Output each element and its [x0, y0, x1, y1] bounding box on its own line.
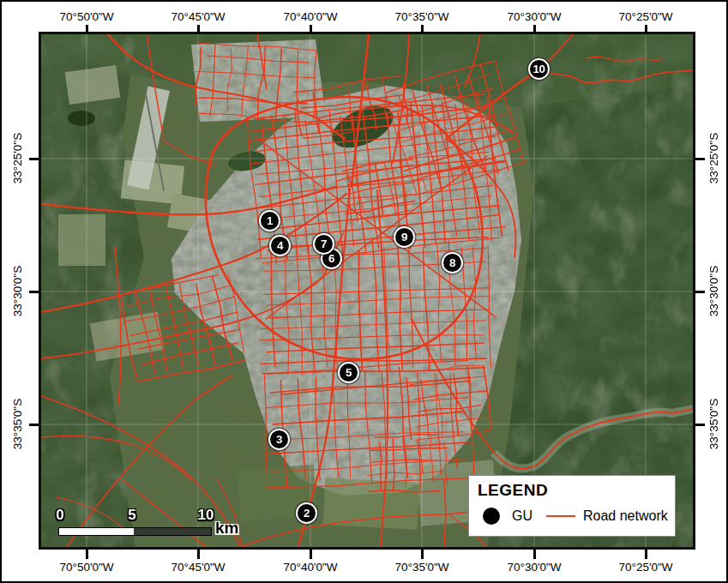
lon-label-bottom: 70°30'0"W [500, 561, 569, 574]
gu-marker-3: 3 [268, 429, 290, 450]
lon-label-bottom: 70°45'0"W [164, 561, 232, 574]
lon-label-top: 70°45'0"W [164, 10, 232, 23]
lon-tick-top [645, 25, 647, 34]
lat-tick-left [29, 424, 39, 426]
scale-bar-segment-white [59, 528, 134, 535]
lon-label-top: 70°40'0"W [276, 10, 345, 23]
lon-tick-bottom [310, 550, 312, 559]
scale-bar-segment-dark [134, 528, 211, 535]
dark-terrain-patch [68, 111, 95, 126]
lat-label-left: 33°30'0"S [11, 257, 24, 326]
lon-label-top: 70°50'0"W [52, 10, 121, 23]
lon-label-bottom: 70°40'0"W [276, 561, 345, 574]
scale-bar-unit: km [215, 519, 238, 538]
lat-label-right: 33°30'0"S [707, 257, 720, 326]
lon-tick-bottom [533, 550, 536, 559]
lon-tick-top [310, 25, 312, 34]
legend-title: LEGEND [478, 481, 675, 500]
legend-box: LEGEND GU Road network [468, 475, 676, 537]
lon-tick-bottom [645, 550, 647, 559]
lat-label-right: 33°35'0"S [707, 390, 720, 459]
lat-label-left: 33°25'0"S [11, 124, 24, 193]
road-line-symbol [546, 515, 575, 518]
lat-tick-left [29, 291, 39, 293]
lon-tick-bottom [421, 550, 424, 559]
gu-marker-1: 1 [259, 210, 280, 231]
gu-marker-2: 2 [296, 502, 317, 524]
lon-label-top: 70°35'0"W [388, 10, 456, 23]
scale-bar-number: 0 [43, 507, 77, 524]
gu-marker-8: 8 [442, 252, 463, 273]
lat-label-left: 33°35'0"S [11, 390, 24, 459]
lon-tick-top [197, 25, 200, 34]
lat-tick-right [695, 424, 705, 426]
map-frame: 12345678910 0510 km LEGEND GU Road netwo… [39, 32, 695, 550]
gu-marker-4: 4 [269, 235, 291, 256]
lon-tick-top [86, 25, 88, 34]
scale-bar-number: 5 [115, 507, 149, 524]
lat-tick-left [29, 158, 39, 160]
satellite-map [41, 34, 693, 547]
scale-bar-bar [58, 527, 212, 536]
gu-point-symbol [483, 508, 500, 525]
gu-marker-5: 5 [338, 362, 359, 383]
lon-label-top: 70°25'0"W [611, 10, 680, 23]
lat-tick-right [695, 291, 705, 293]
legend-gu-label: GU [512, 508, 532, 524]
lat-label-right: 33°25'0"S [707, 124, 720, 193]
lat-tick-right [695, 158, 705, 160]
gu-marker-9: 9 [394, 226, 415, 248]
lon-tick-bottom [197, 550, 200, 559]
lon-label-bottom: 70°25'0"W [611, 561, 680, 574]
lon-label-bottom: 70°35'0"W [388, 561, 456, 574]
map-figure: 12345678910 0510 km LEGEND GU Road netwo… [0, 0, 728, 583]
lon-tick-bottom [86, 550, 88, 559]
lon-label-bottom: 70°50'0"W [52, 561, 121, 574]
legend-row: GU Road network [478, 508, 675, 525]
lon-label-top: 70°30'0"W [500, 10, 569, 23]
gu-marker-7: 7 [313, 233, 334, 255]
lon-tick-top [533, 25, 536, 34]
gu-marker-10: 10 [528, 58, 550, 80]
lon-tick-top [421, 25, 424, 34]
legend-road-label: Road network [583, 508, 668, 524]
